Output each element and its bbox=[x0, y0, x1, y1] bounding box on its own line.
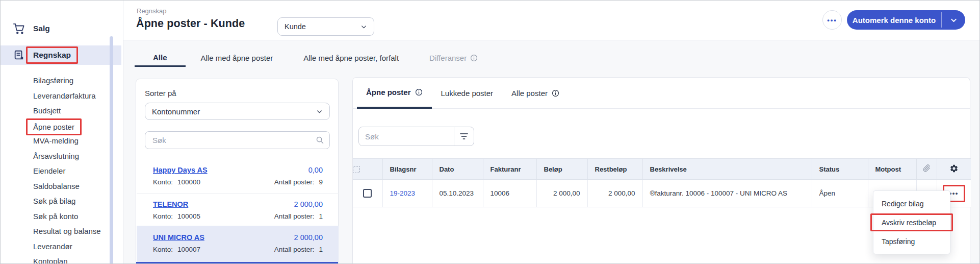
annotation-box-apne-poster: Åpne poster bbox=[26, 118, 82, 135]
row-menu-button[interactable]: ••• bbox=[949, 189, 959, 197]
select-all-header[interactable] bbox=[353, 159, 382, 180]
sidebar-item-sok-pa-bilag[interactable]: Søk på bilag bbox=[1, 194, 123, 209]
sidebar-item-sok-pa-konto[interactable]: Søk på konto bbox=[1, 209, 123, 224]
tab-alle-med-apne-poster[interactable]: Alle med åpne poster bbox=[186, 49, 289, 67]
col-attachments[interactable] bbox=[916, 159, 937, 180]
col-restbelop[interactable]: Restbeløp bbox=[587, 159, 642, 180]
select-all-icon bbox=[353, 166, 360, 173]
col-dato[interactable]: Dato bbox=[432, 159, 483, 180]
col-beskrivelse[interactable]: Beskrivelse bbox=[642, 159, 812, 180]
customer-amount: 2 000,00 bbox=[294, 233, 323, 242]
menu-item-tapsforing[interactable]: Tapsføring bbox=[873, 232, 950, 251]
sidebar-item-bilagsforing[interactable]: Bilagsføring bbox=[1, 73, 123, 88]
posts-search-group bbox=[358, 127, 474, 146]
sort-select[interactable]: Kontonummer bbox=[145, 103, 330, 120]
annotation-box-regnskap: Regnskap bbox=[33, 46, 78, 64]
sidebar-item-leverandorfaktura[interactable]: Leverandørfaktura bbox=[1, 88, 123, 104]
dato-cell: 05.10.2023 bbox=[432, 180, 483, 207]
sidebar-item-eiendeler[interactable]: Eiendeler bbox=[1, 163, 123, 179]
sidebar-item-label: Regnskap bbox=[33, 51, 71, 59]
page-title: Åpne poster - Kunde bbox=[136, 17, 245, 30]
cart-icon bbox=[13, 22, 25, 35]
filter-button[interactable] bbox=[454, 127, 474, 146]
customer-posts: Antall poster:1 bbox=[274, 212, 323, 220]
more-options-button[interactable]: ••• bbox=[822, 10, 842, 30]
col-bilagsnr[interactable]: Bilagsnr bbox=[382, 159, 432, 180]
fakturanr-cell: 10006 bbox=[483, 180, 536, 207]
sidebar-item-leverandor[interactable]: Leverandør bbox=[1, 239, 123, 254]
tab-alle-med-apne-poster-forfalt[interactable]: Alle med åpne poster, forfalt bbox=[288, 49, 414, 67]
table-settings-button[interactable] bbox=[937, 159, 971, 180]
sidebar-item-regnskap[interactable]: Regnskap bbox=[1, 45, 121, 65]
row-select-cell bbox=[353, 180, 382, 207]
automerk-button-label[interactable]: Automerk denne konto bbox=[847, 10, 941, 30]
chevron-down-icon bbox=[316, 108, 323, 115]
chevron-down-icon[interactable] bbox=[942, 10, 965, 30]
filter-icon bbox=[460, 133, 468, 140]
view-tabs: Alle Alle med åpne poster Alle med åpne … bbox=[135, 49, 493, 67]
customer-amount: 2 000,00 bbox=[294, 200, 323, 208]
customer-link[interactable]: UNI MICRO AS bbox=[153, 233, 204, 242]
customer-list-item[interactable]: Happy Days AS 0,00 Konto:100000 Antall p… bbox=[137, 160, 339, 194]
ledger-icon bbox=[13, 49, 25, 61]
tab-alle-poster[interactable]: Alle poster bbox=[502, 78, 569, 109]
customer-list-item-selected[interactable]: UNI MICRO AS 2 000,00 Konto:100007 Antal… bbox=[137, 226, 339, 263]
sidebar-item-kontoplan[interactable]: Kontoplan bbox=[1, 254, 123, 264]
status-cell: Åpen bbox=[812, 180, 868, 207]
paperclip-icon bbox=[923, 164, 931, 172]
customer-amount: 0,00 bbox=[308, 166, 323, 174]
col-fakturanr[interactable]: Fakturanr bbox=[483, 159, 536, 180]
gear-icon bbox=[949, 164, 959, 173]
row-context-menu: Rediger bilag Avskriv restbeløp Tapsføri… bbox=[873, 190, 950, 254]
sidebar-item-mva-melding[interactable]: MVA-melding bbox=[1, 133, 123, 149]
sidebar-item-label: Salg bbox=[33, 24, 50, 33]
customer-link[interactable]: TELENOR bbox=[153, 200, 188, 208]
tab-lukkede-poster[interactable]: Lukkede poster bbox=[432, 78, 503, 109]
row-checkbox[interactable] bbox=[363, 189, 372, 198]
sidebar-scrollbar[interactable] bbox=[110, 36, 113, 264]
info-icon bbox=[470, 54, 478, 62]
customer-list-panel: Sorter på Kontonummer Happy Days AS 0,00… bbox=[136, 79, 339, 264]
customer-list-item[interactable]: TELENOR 2 000,00 Konto:100005 Antall pos… bbox=[137, 194, 339, 226]
customer-account: Konto:100000 bbox=[153, 178, 200, 186]
tab-alle[interactable]: Alle bbox=[135, 49, 186, 67]
info-icon bbox=[552, 89, 559, 97]
customer-link[interactable]: Happy Days AS bbox=[153, 166, 208, 174]
col-status[interactable]: Status bbox=[812, 159, 868, 180]
col-belop[interactable]: Beløp bbox=[536, 159, 587, 180]
customer-search-input[interactable] bbox=[145, 131, 330, 149]
sidebar-item-arsavslutning[interactable]: Årsavslutning bbox=[1, 149, 123, 164]
sidebar-item-saldobalanse[interactable]: Saldobalanse bbox=[1, 179, 123, 194]
sort-label: Sorter på bbox=[145, 89, 176, 98]
sidebar-item-salg[interactable]: Salg bbox=[1, 19, 121, 38]
entity-select[interactable]: Kunde bbox=[277, 17, 374, 36]
restbelop-cell: 2 000,00 bbox=[587, 180, 642, 207]
tab-apne-poster[interactable]: Åpne poster bbox=[357, 78, 432, 109]
sidebar: Salg Regnskap Bilagsføring Leverandørfak… bbox=[1, 1, 123, 264]
bilagsnr-link[interactable]: 19-2023 bbox=[390, 189, 416, 197]
beskrivelse-cell: ®fakturanr. 10006 - 100007 - UNI MICRO A… bbox=[642, 180, 812, 207]
posts-tabs: Åpne poster Lukkede poster Alle poster bbox=[357, 78, 569, 109]
sidebar-item-budsjett[interactable]: Budsjett bbox=[1, 103, 123, 118]
customer-posts: Antall poster:9 bbox=[274, 178, 323, 186]
customer-account: Konto:100005 bbox=[153, 212, 200, 220]
sidebar-subnav: Bilagsføring Leverandørfaktura Budsjett … bbox=[1, 73, 123, 264]
breadcrumb: Regnskap bbox=[137, 7, 167, 15]
customer-account: Konto:100007 bbox=[153, 246, 200, 253]
posts-search-input[interactable] bbox=[359, 127, 454, 146]
customer-posts: Antall poster:1 bbox=[274, 246, 323, 253]
menu-item-avskriv-restbelop[interactable]: Avskriv restbeløp bbox=[873, 213, 950, 232]
automerk-split-button[interactable]: Automerk denne konto bbox=[847, 10, 965, 30]
tab-differanser[interactable]: Differanser bbox=[414, 49, 493, 67]
app-window: Salg Regnskap Bilagsføring Leverandørfak… bbox=[0, 0, 980, 264]
sort-select-value: Kontonummer bbox=[152, 107, 200, 116]
info-icon bbox=[415, 88, 423, 96]
ellipsis-icon: ••• bbox=[827, 16, 837, 24]
col-motpost[interactable]: Motpost bbox=[868, 159, 916, 180]
menu-item-rediger-bilag[interactable]: Rediger bilag bbox=[873, 194, 950, 213]
search-icon bbox=[316, 136, 324, 147]
list-scroll-indicator bbox=[136, 262, 338, 264]
table-header-row: Bilagsnr Dato Fakturanr Beløp Restbeløp … bbox=[353, 159, 971, 180]
sidebar-item-apne-poster[interactable]: Åpne poster bbox=[1, 118, 123, 134]
sidebar-item-resultat-og-balanse[interactable]: Resultat og balanse bbox=[1, 224, 123, 239]
